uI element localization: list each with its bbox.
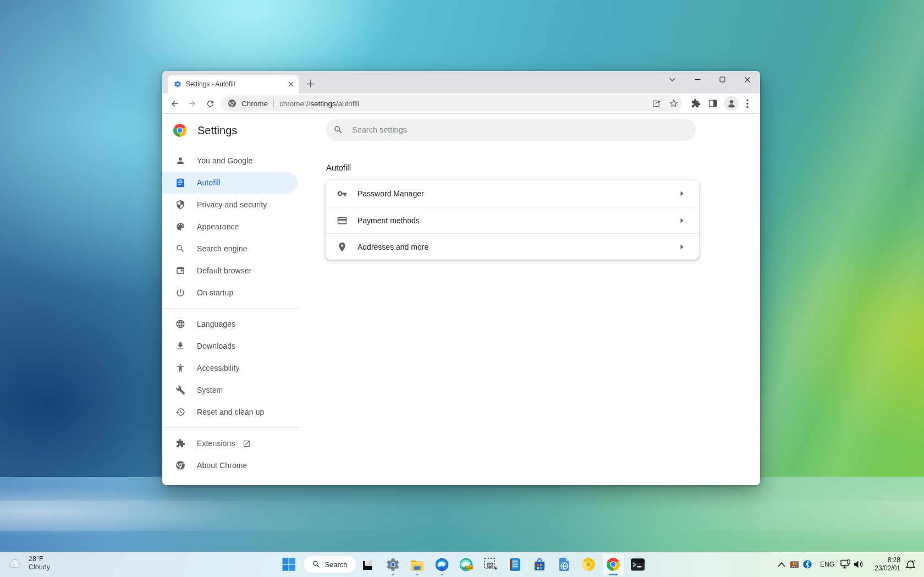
svg-text:CAN: CAN [466, 565, 473, 569]
svg-text:z: z [914, 559, 915, 562]
